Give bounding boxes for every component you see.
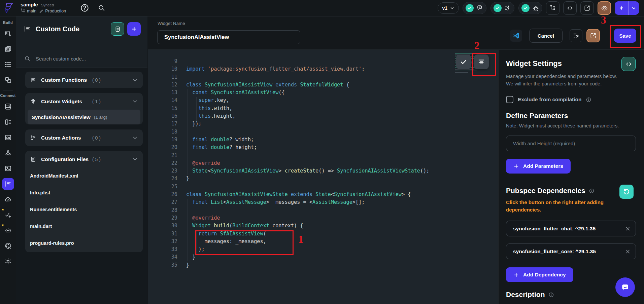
parameters-note: Note: Widget must accept these named par… <box>506 123 636 128</box>
format-code-button[interactable] <box>570 29 582 42</box>
annotation-label-2: 2 <box>474 40 480 52</box>
rail-item-components[interactable] <box>2 74 14 86</box>
search-input[interactable] <box>35 55 131 62</box>
info-icon[interactable] <box>586 97 591 103</box>
share-button[interactable] <box>580 1 594 15</box>
search-icon[interactable] <box>98 4 105 11</box>
config-file-item[interactable]: Runner.entitlements <box>30 201 138 218</box>
compile-check-button[interactable] <box>456 54 471 69</box>
flutterflow-logo-icon[interactable] <box>3 2 15 14</box>
cms-icon <box>4 118 12 126</box>
help-icon[interactable] <box>80 3 89 12</box>
deploy-menu[interactable] <box>629 6 639 11</box>
rail-item-api-calls[interactable] <box>2 147 14 159</box>
section-label: Custom Widgets <box>41 99 92 105</box>
environment-name[interactable]: Production <box>45 8 66 13</box>
add-dependency-button[interactable]: Add Dependency <box>506 267 573 282</box>
deploy-main[interactable] <box>615 5 628 11</box>
section-count: ( 5 ) <box>92 157 101 162</box>
check-plus-icon <box>4 211 12 219</box>
cancel-button[interactable]: Cancel <box>529 29 563 43</box>
rail-item-pages[interactable] <box>2 43 14 55</box>
search-row[interactable] <box>24 53 141 64</box>
annotation-box-3 <box>610 25 641 48</box>
config-file-item[interactable]: proguard-rules.pro <box>30 235 138 252</box>
section-header-custom-functions[interactable]: Custom Functions ( 0 ) <box>30 72 138 88</box>
top-bar-actions: v1 <box>438 2 639 14</box>
code-line: 22 @override <box>148 159 498 167</box>
line-number: 18 <box>148 128 177 136</box>
rail-item-ai-agent[interactable] <box>2 224 14 236</box>
branching-button[interactable] <box>546 1 560 15</box>
api-icon <box>4 149 12 157</box>
chevron-down-icon <box>132 135 138 141</box>
info-icon[interactable] <box>589 188 595 194</box>
remove-dependency-icon[interactable] <box>625 226 631 232</box>
open-external-button[interactable] <box>586 29 600 42</box>
rail-item-app-values[interactable] <box>2 59 14 71</box>
folder-frame-icon <box>4 134 12 141</box>
comments-status[interactable] <box>463 2 486 14</box>
dependency-field[interactable]: syncfusion_flutter_core: ^29.1.35 <box>506 243 636 259</box>
code-line: 23 State<SyncfusionAIAssistView> createS… <box>148 167 498 175</box>
dependency-value: syncfusion_flutter_core: ^29.1.35 <box>513 249 625 255</box>
widget-settings-panel: Widget Settings Manage your dependencies… <box>498 50 644 304</box>
version-selector[interactable]: v1 <box>438 2 459 14</box>
widget-name-input[interactable] <box>157 30 300 44</box>
config-file-item[interactable]: AndroidManifest.xml <box>30 167 138 184</box>
info-icon[interactable] <box>548 292 554 298</box>
vscode-button[interactable] <box>510 30 522 42</box>
search-icon <box>24 55 31 62</box>
rail-item-app-checks[interactable] <box>2 209 14 221</box>
refresh-dependencies-button[interactable] <box>619 185 634 199</box>
deploy-button[interactable] <box>615 1 639 15</box>
code-line: 11 <box>148 73 498 81</box>
code-line: 30 Widget build(BuildContext context) { <box>148 222 498 230</box>
rail-item-media-assets[interactable] <box>2 162 14 175</box>
code-docs-button[interactable] <box>111 22 124 36</box>
rail-divider <box>3 90 13 90</box>
preview-button[interactable] <box>598 1 611 15</box>
project-name: sample <box>21 2 38 7</box>
dependency-list: syncfusion_flutter_chat: ^29.1.35 syncfu… <box>506 221 636 259</box>
config-file-item[interactable]: main.dart <box>30 218 138 235</box>
rail-item-custom-code[interactable] <box>2 178 14 190</box>
line-number: 10 <box>148 65 177 73</box>
pages-icon <box>4 45 12 53</box>
rail-item-widget-palette[interactable] <box>2 28 14 40</box>
add-parameters-button[interactable]: Add Parameters <box>506 159 571 174</box>
widget-list-item[interactable]: SyncfusionAIAssistView (1 arg) <box>28 110 140 124</box>
fx-icon <box>30 77 36 83</box>
robot-icon <box>4 227 12 234</box>
dependency-field[interactable]: syncfusion_flutter_chat: ^29.1.35 <box>506 221 636 236</box>
rail-item-cloud-functions[interactable] <box>2 193 14 205</box>
section-header-configuration-files[interactable]: Configuration Files ( 5 ) <box>30 151 138 167</box>
rail-item-data-schema[interactable] <box>2 116 14 128</box>
remove-dependency-icon[interactable] <box>625 249 631 255</box>
toggle-code-view-button[interactable] <box>621 57 636 71</box>
rail-item-settings[interactable] <box>2 255 14 267</box>
rail-item-project-files[interactable] <box>2 131 14 144</box>
code-line: 16 this.height, <box>148 112 498 120</box>
section-header-custom-actions[interactable]: Custom Actions ( 0 ) <box>30 129 138 146</box>
line-number: 23 <box>148 167 177 175</box>
section-header-custom-widgets[interactable]: Custom Widgets ( 1 ) <box>30 93 138 110</box>
rail-item-database[interactable] <box>2 101 14 113</box>
open-external-icon <box>584 5 590 11</box>
branch-name[interactable]: main <box>27 8 36 13</box>
code-line: 29 @override <box>148 214 498 222</box>
description-title: Description <box>506 291 636 299</box>
check-icon <box>460 58 467 66</box>
add-custom-code-button[interactable] <box>127 22 141 36</box>
parameter-input[interactable]: Width and Height (required) <box>506 136 636 151</box>
rail-item-theme[interactable] <box>2 240 14 252</box>
debug-status[interactable] <box>518 2 542 14</box>
exclude-compilation-checkbox[interactable] <box>506 96 513 103</box>
config-file-item[interactable]: Info.plist <box>30 184 138 201</box>
code-editor[interactable]: 9 10import 'package:syncfusion_flutter_c… <box>148 50 498 304</box>
line-number: 29 <box>148 214 177 222</box>
view-code-button[interactable] <box>563 1 577 15</box>
code-icon <box>625 61 632 67</box>
support-chat-button[interactable] <box>615 277 635 297</box>
test-run-status[interactable] <box>490 2 514 14</box>
